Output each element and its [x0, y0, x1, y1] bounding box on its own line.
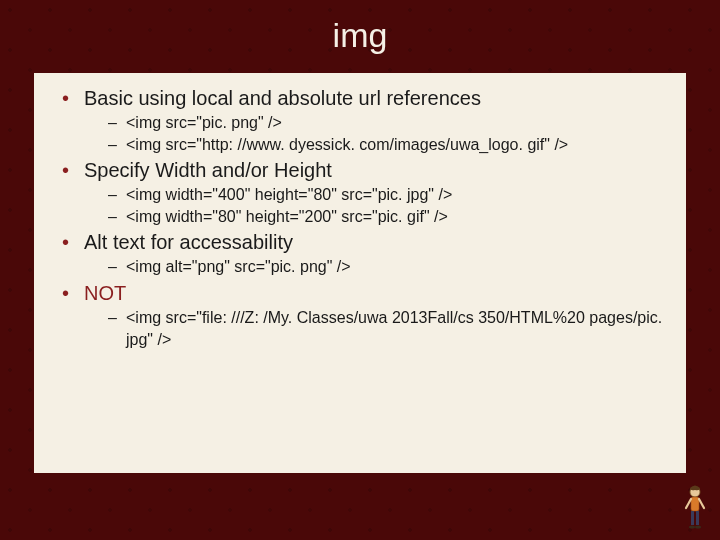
sub-list-item: <img src="http: //www. dyessick. com/ima…: [108, 134, 666, 156]
list-item: Alt text for accessability <img alt="png…: [62, 231, 666, 278]
list-item: NOT <img src="file: ///Z: /My. Classes/u…: [62, 282, 666, 350]
sub-list: <img width="400" height="80" src="pic. j…: [84, 184, 666, 227]
sub-list-item: <img alt="png" src="pic. png" />: [108, 256, 666, 278]
svg-point-6: [689, 525, 695, 528]
sub-list-item: <img src="file: ///Z: /My. Classes/uwa 2…: [108, 307, 666, 350]
sub-list-item: <img width="400" height="80" src="pic. j…: [108, 184, 666, 206]
svg-point-7: [695, 525, 701, 528]
svg-rect-1: [691, 497, 699, 511]
list-item: Specify Width and/or Height <img width="…: [62, 159, 666, 227]
sub-list-item: <img width="80" height="200" src="pic. g…: [108, 206, 666, 228]
slide-title: img: [0, 0, 720, 73]
sub-list: <img src="pic. png" /> <img src="http: /…: [84, 112, 666, 155]
list-item-label: Basic using local and absolute url refer…: [84, 87, 481, 109]
list-item-label: NOT: [84, 282, 126, 304]
list-item-label: Specify Width and/or Height: [84, 159, 332, 181]
list-item: Basic using local and absolute url refer…: [62, 87, 666, 155]
svg-line-4: [686, 499, 691, 508]
bullet-list: Basic using local and absolute url refer…: [54, 87, 666, 350]
list-item-label: Alt text for accessability: [84, 231, 293, 253]
svg-rect-3: [696, 511, 699, 525]
sub-list: <img src="file: ///Z: /My. Classes/uwa 2…: [84, 307, 666, 350]
sub-list: <img alt="png" src="pic. png" />: [84, 256, 666, 278]
svg-rect-2: [691, 511, 694, 525]
content-panel: Basic using local and absolute url refer…: [34, 73, 686, 473]
mascot-icon: [678, 484, 712, 534]
svg-line-5: [699, 499, 704, 508]
sub-list-item: <img src="pic. png" />: [108, 112, 666, 134]
